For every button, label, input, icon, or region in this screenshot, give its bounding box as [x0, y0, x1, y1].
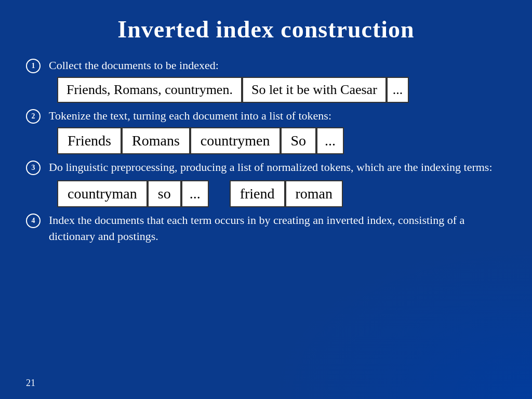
norm-so: so [148, 180, 181, 207]
slide-number: 21 [26, 378, 35, 389]
doc-box-friends-romans: Friends, Romans, countrymen. [57, 77, 242, 103]
step2-row: 2 Tokenize the text, turning each docume… [26, 108, 506, 124]
step1-number: 1 [26, 59, 41, 73]
step4-number: 4 [26, 214, 41, 228]
norm-countryman: countryman [57, 180, 148, 207]
step3-number: 3 [26, 161, 41, 175]
token-so: So [281, 127, 317, 154]
step1-row: 1 Collect the documents to be indexed: [26, 58, 506, 74]
norm-roman: roman [285, 180, 343, 207]
token-countrymen: countrymen [190, 127, 281, 154]
token-ellipsis: ... [316, 127, 344, 154]
step4-text: Index the documents that each term occur… [49, 212, 506, 245]
token-friends: Friends [57, 127, 122, 154]
step4-row: 4 Index the documents that each term occ… [26, 212, 506, 245]
step4-block: 4 Index the documents that each term occ… [26, 212, 506, 245]
step1-text: Collect the documents to be indexed: [49, 58, 219, 74]
doc-boxes-row1: Friends, Romans, countrymen. So let it b… [57, 77, 506, 103]
norm-ellipsis: ... [181, 180, 209, 207]
doc-box-caesar: So let it be with Caesar [242, 77, 387, 103]
step2-text: Tokenize the text, turning each document… [49, 108, 331, 124]
step2-number: 2 [26, 109, 41, 124]
token-boxes-row: Friends Romans countrymen So ... [57, 127, 506, 154]
slide-title: Inverted index construction [26, 16, 506, 43]
slide: Inverted index construction 1 Collect th… [0, 0, 532, 399]
step3-row: 3 Do linguistic preprocessing, producing… [26, 159, 506, 176]
step3-block: 3 Do linguistic preprocessing, producing… [26, 159, 506, 176]
norm-boxes-row: countryman so ... friend roman [57, 180, 506, 207]
norm-friend: friend [230, 180, 285, 207]
step3-text: Do linguistic preprocessing, producing a… [49, 159, 493, 176]
doc-ellipsis: ... [387, 77, 409, 103]
token-romans: Romans [122, 127, 190, 154]
